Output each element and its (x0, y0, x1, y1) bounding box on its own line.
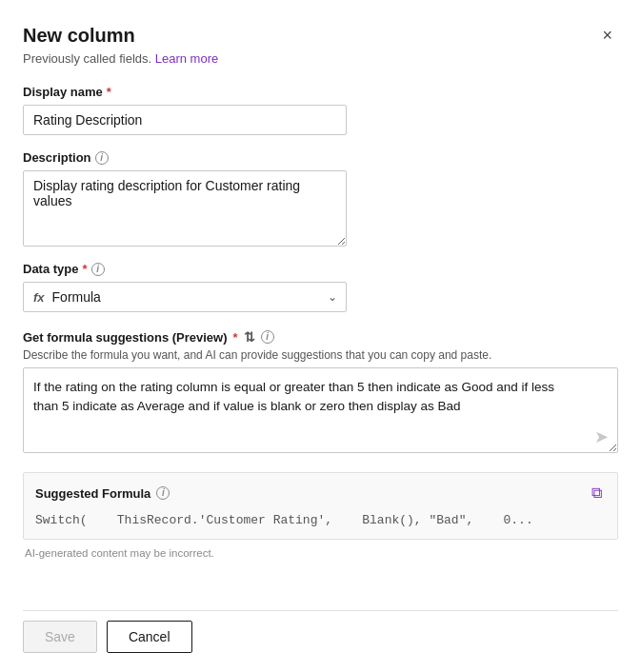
display-name-label: Display name * (23, 85, 618, 99)
dialog-footer: Save Cancel (23, 610, 618, 653)
data-type-info-icon[interactable]: i (91, 263, 105, 276)
send-button[interactable]: ➤ (591, 425, 612, 449)
save-button[interactable]: Save (23, 621, 97, 653)
close-button[interactable]: × (596, 25, 618, 46)
chevron-down-icon: ⌄ (328, 290, 337, 304)
formula-suggestions-input[interactable]: If the rating on the rating column is eq… (23, 367, 618, 453)
display-name-input[interactable] (23, 105, 347, 135)
suggested-formula-section: Suggested Formula i ⧉ Switch( ThisRecord… (23, 472, 618, 540)
required-star: * (107, 85, 111, 99)
data-type-required-star: * (83, 262, 88, 276)
formula-suggestions-label: Get formula suggestions (Preview) * ⇅ i (23, 329, 618, 345)
description-info-icon[interactable]: i (95, 151, 109, 165)
data-type-select-display[interactable]: fx Formula ⌄ (23, 282, 347, 312)
copy-button[interactable]: ⧉ (588, 483, 606, 504)
formula-hint: Describe the formula you want, and AI ca… (23, 348, 618, 362)
formula-textarea-wrapper: If the rating on the rating column is eq… (23, 367, 618, 457)
learn-more-link[interactable]: Learn more (155, 51, 218, 66)
formula-info-icon[interactable]: i (261, 330, 274, 344)
dialog-subtitle: Previously called fields. Learn more (23, 51, 618, 66)
suggested-formula-label: Suggested Formula (35, 486, 150, 501)
dialog-title: New column (23, 23, 135, 48)
suggested-formula-info-icon[interactable]: i (156, 486, 170, 500)
new-column-dialog: New column × Previously called fields. L… (0, 0, 641, 672)
description-input[interactable]: Display rating description for Customer … (23, 170, 347, 247)
formula-required-star: * (233, 330, 238, 345)
cancel-button[interactable]: Cancel (107, 621, 192, 653)
suggested-formula-header: Suggested Formula i ⧉ (24, 473, 617, 509)
data-type-label: Data type * i (23, 262, 618, 276)
dialog-header: New column × (23, 23, 618, 48)
formula-code: Switch( ThisRecord.'Customer Rating', Bl… (24, 509, 617, 539)
data-type-select[interactable]: fx Formula ⌄ (23, 282, 347, 312)
ai-disclaimer: AI-generated content may be incorrect. (23, 547, 618, 559)
description-label: Description i (23, 150, 618, 165)
fx-icon: fx (33, 290, 45, 305)
refresh-icon[interactable]: ⇅ (244, 329, 255, 345)
